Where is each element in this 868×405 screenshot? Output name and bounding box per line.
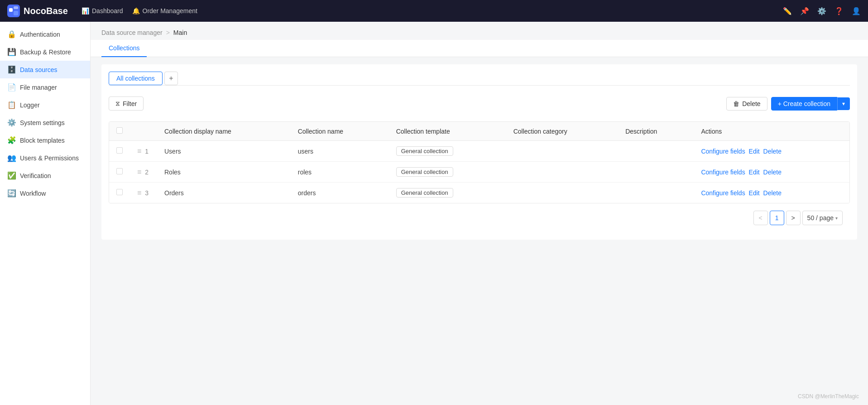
select-all-checkbox[interactable] — [116, 127, 123, 134]
sidebar-label-backup: Backup & Restore — [20, 48, 71, 56]
bell-icon: 🔔 — [132, 7, 140, 14]
row-drag-num-cell-1: ≡ 2 — [130, 162, 157, 183]
row-checkbox-0[interactable] — [116, 147, 123, 154]
sidebar-label-verification: Verification — [20, 172, 51, 179]
create-collection-label: + Create collection — [778, 100, 830, 107]
chart-icon: 📊 — [82, 7, 89, 14]
row-description-0 — [618, 141, 694, 162]
collection-name-header: Collection name — [291, 122, 389, 141]
row-checkbox-2[interactable] — [116, 189, 123, 195]
delete-button[interactable]: 🗑 Delete — [726, 97, 767, 111]
sidebar-item-system-settings[interactable]: ⚙️ System settings — [0, 114, 90, 131]
collection-tabs-row: All collections + — [109, 72, 850, 86]
sidebar-item-workflow[interactable]: 🔄 Workflow — [0, 184, 90, 202]
table-row: ≡ 2 Roles roles General collection Confi… — [109, 162, 849, 183]
row-description-1 — [618, 162, 694, 183]
edit-link-0[interactable]: Edit — [749, 148, 760, 155]
edit-link-1[interactable]: Edit — [749, 169, 760, 176]
trash-icon: 🗑 — [733, 100, 739, 107]
backup-icon: 💾 — [7, 48, 15, 56]
row-num-2: 3 — [145, 189, 149, 197]
sidebar-item-verification[interactable]: ✅ Verification — [0, 167, 90, 184]
row-checkbox-1[interactable] — [116, 168, 123, 174]
row-select-cell-1 — [109, 162, 130, 183]
drag-handle-2[interactable]: ≡ — [137, 189, 141, 197]
select-all-header — [109, 122, 130, 141]
table-row: ≡ 1 Users users General collection Confi… — [109, 141, 849, 162]
nav-order-management[interactable]: 🔔 Order Management — [132, 7, 197, 14]
category-header: Collection category — [506, 122, 619, 141]
pen-icon[interactable]: ✏️ — [783, 7, 792, 15]
file-icon: 📄 — [7, 83, 15, 92]
collections-table: Collection display name Collection name … — [109, 121, 850, 203]
delete-link-2[interactable]: Delete — [763, 189, 782, 197]
sidebar-item-authentication[interactable]: 🔒 Authentication — [0, 25, 90, 43]
configure-fields-link-2[interactable]: Configure fields — [701, 189, 745, 197]
filter-icon: ⧖ — [115, 100, 120, 107]
current-page-btn[interactable]: 1 — [770, 211, 784, 225]
next-page-btn[interactable]: > — [786, 211, 801, 225]
page-size-select[interactable]: 50 / page ▾ — [802, 211, 843, 225]
row-select-cell-2 — [109, 183, 130, 203]
row-description-2 — [618, 183, 694, 203]
all-collections-tab[interactable]: All collections — [109, 72, 163, 85]
row-drag-num-cell-2: ≡ 3 — [130, 183, 157, 203]
users-icon: 👥 — [7, 154, 15, 162]
database-icon: 🗄️ — [7, 65, 15, 74]
row-num-0: 1 — [145, 148, 149, 155]
row-actions-0: Configure fields Edit Delete — [694, 141, 849, 162]
page-size-arrow: ▾ — [835, 216, 838, 221]
logger-icon: 📋 — [7, 101, 15, 109]
logo-icon — [7, 5, 20, 17]
breadcrumb-parent[interactable]: Data source manager — [101, 29, 163, 36]
delete-link-0[interactable]: Delete — [763, 148, 782, 155]
svg-rect-1 — [9, 8, 13, 12]
settings-icon: ⚙️ — [7, 118, 15, 127]
drag-handle-0[interactable]: ≡ — [137, 147, 141, 155]
sidebar-item-users-permissions[interactable]: 👥 Users & Permissions — [0, 149, 90, 167]
delete-link-1[interactable]: Delete — [763, 169, 782, 176]
breadcrumb: Data source manager > Main — [91, 22, 868, 40]
sidebar-item-data-sources[interactable]: 🗄️ Data sources — [0, 61, 90, 78]
description-header: Description — [618, 122, 694, 141]
question-icon[interactable]: ❓ — [834, 7, 844, 15]
create-collection-arrow[interactable]: ▾ — [837, 97, 850, 110]
row-category-2 — [506, 183, 619, 203]
configure-fields-link-0[interactable]: Configure fields — [701, 148, 745, 155]
sidebar-label-system-settings: System settings — [20, 119, 65, 126]
create-collection-button[interactable]: + Create collection — [771, 97, 837, 111]
sidebar-item-file-manager[interactable]: 📄 File manager — [0, 78, 90, 96]
row-drag-num-cell-0: ≡ 1 — [130, 141, 157, 162]
sidebar-item-block-templates[interactable]: 🧩 Block templates — [0, 131, 90, 149]
sidebar-item-logger[interactable]: 📋 Logger — [0, 96, 90, 114]
pin-icon[interactable]: 📌 — [800, 7, 809, 15]
sidebar-item-backup-restore[interactable]: 💾 Backup & Restore — [0, 43, 90, 61]
row-category-1 — [506, 162, 619, 183]
row-collection-name-2: orders — [291, 183, 389, 203]
row-actions-1: Configure fields Edit Delete — [694, 162, 849, 183]
breadcrumb-separator: > — [166, 29, 170, 36]
row-template-2: General collection — [389, 183, 506, 203]
configure-fields-link-1[interactable]: Configure fields — [701, 169, 745, 176]
nav-links: 📊 Dashboard 🔔 Order Management — [82, 7, 772, 14]
toolbar-right: 🗑 Delete + Create collection ▾ — [726, 97, 850, 111]
svg-rect-2 — [14, 6, 18, 9]
drag-handle-1[interactable]: ≡ — [137, 168, 141, 176]
edit-link-2[interactable]: Edit — [749, 189, 760, 197]
add-collection-tab-btn[interactable]: + — [164, 72, 178, 85]
template-tag-2: General collection — [396, 188, 453, 198]
sidebar-label-authentication: Authentication — [20, 31, 60, 38]
nav-right: ✏️ 📌 ⚙️ ❓ 👤 — [783, 7, 861, 15]
user-icon[interactable]: 👤 — [852, 7, 861, 15]
filter-button[interactable]: ⧖ Filter — [109, 96, 144, 111]
create-collection-split: + Create collection ▾ — [771, 97, 850, 111]
sidebar-label-file-manager: File manager — [20, 84, 57, 91]
prev-page-btn[interactable]: < — [753, 211, 768, 225]
table-row: ≡ 3 Orders orders General collection Con… — [109, 183, 849, 203]
collections-container: All collections + ⧖ Filter 🗑 Delete — [101, 64, 857, 240]
gear-icon[interactable]: ⚙️ — [817, 7, 826, 15]
tab-collections[interactable]: Collections — [101, 40, 147, 57]
nav-dashboard[interactable]: 📊 Dashboard — [82, 7, 123, 14]
verify-icon: ✅ — [7, 171, 15, 180]
display-name-header: Collection display name — [157, 122, 291, 141]
